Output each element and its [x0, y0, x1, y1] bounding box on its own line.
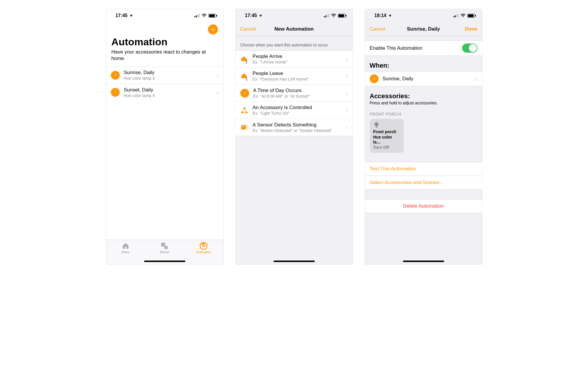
accessory-tiles: Front porch Hue color la… Turn Off: [365, 119, 482, 162]
option-time-of-day[interactable]: A Time of Day Occurs Ex. "At 8:00 AM" or…: [236, 85, 353, 102]
status-bar: 17:45: [106, 9, 223, 22]
tab-label: Automation: [196, 251, 211, 254]
chevron-right-icon: ›: [216, 89, 219, 96]
room-label: FRONT PORCH: [365, 108, 482, 119]
svg-rect-12: [241, 125, 246, 129]
screen-automation-list: 17:45 Automation Have your accessories r…: [106, 9, 224, 265]
chevron-right-icon: ›: [346, 124, 348, 131]
location-icon: [129, 14, 133, 18]
done-button[interactable]: Done: [465, 26, 477, 32]
option-people-leave[interactable]: People Leave Ex. "Everyone Has Left Home…: [236, 68, 353, 85]
row-title: Sunrise, Daily: [124, 70, 212, 76]
svg-rect-13: [242, 126, 243, 127]
clock-icon: [240, 89, 249, 98]
bulb-icon: [373, 122, 400, 129]
status-time: 18:14: [374, 13, 387, 18]
row-subtitle: Ex. "Everyone Has Left Home": [253, 77, 342, 81]
row-subtitle: Ex. "Motion Detected" or "Smoke Detected…: [253, 128, 342, 133]
page-subtitle: Have your accessories react to changes a…: [111, 49, 218, 62]
option-sensor-detects[interactable]: A Sensor Detects Something Ex. "Motion D…: [236, 119, 353, 136]
enable-row-group: Enable This Automation: [365, 40, 482, 56]
row-title: An Accessory is Controlled: [253, 105, 342, 111]
location-icon: [259, 14, 262, 18]
automation-item-sunset[interactable]: Sunset, Daily Hue color lamp 9 ›: [106, 84, 223, 101]
select-accessories-button[interactable]: Select Accessories and Scenes…: [365, 176, 482, 190]
tile-line2: Hue color la…: [373, 135, 400, 145]
row-title: A Time of Day Occurs: [253, 88, 342, 94]
status-bar: 17:45: [236, 9, 353, 22]
accessories-header: Accessories:: [365, 86, 482, 101]
chevron-right-icon: ›: [346, 90, 348, 96]
battery-icon: [467, 14, 475, 18]
test-automation-button[interactable]: Test This Automation: [365, 162, 482, 176]
battery-icon: [209, 14, 216, 18]
row-title: A Sensor Detects Something: [253, 122, 342, 128]
row-title: People Arrive: [253, 54, 342, 59]
automation-list: Sunrise, Daily Hue color lamp 9 › Sunset…: [106, 67, 223, 101]
svg-rect-3: [164, 246, 168, 249]
home-indicator[interactable]: [274, 261, 315, 262]
when-group: Sunrise, Daily ›: [365, 71, 482, 86]
location-icon: [388, 14, 392, 18]
chevron-right-icon: ›: [216, 72, 219, 79]
section-prompt: Choose when you want this automation to …: [236, 36, 353, 50]
home-indicator[interactable]: [403, 261, 444, 262]
home-indicator[interactable]: [144, 261, 185, 262]
status-time: 17:45: [116, 13, 128, 18]
row-subtitle: Ex. "I Arrive Home": [253, 60, 342, 64]
add-button[interactable]: [208, 24, 218, 34]
chevron-right-icon: ›: [475, 76, 477, 82]
automation-icon: [200, 242, 207, 250]
svg-point-6: [246, 59, 247, 61]
svg-point-9: [243, 107, 245, 109]
large-title-header: Automation Have your accessories react t…: [106, 22, 223, 67]
enable-label: Enable This Automation: [370, 45, 458, 51]
row-title: Sunset, Daily: [124, 87, 212, 93]
row-subtitle: Ex. "At 8:00 AM" or "At Sunset": [253, 94, 342, 99]
chevron-right-icon: ›: [346, 107, 348, 114]
house-person-icon: [240, 55, 249, 63]
screen-new-automation: 17:45 Cancel New Automation Choose when …: [235, 9, 353, 265]
wifi-icon: [201, 14, 207, 17]
tab-automation[interactable]: Automation: [186, 242, 221, 264]
nav-bar: Cancel Sunrise, Daily Done: [365, 22, 482, 36]
status-bar: 18:14: [365, 9, 482, 22]
status-time: 17:45: [245, 13, 257, 18]
cell-signal-icon: [194, 14, 200, 17]
tab-home[interactable]: Home: [108, 242, 143, 264]
cancel-button[interactable]: Cancel: [240, 26, 256, 32]
row-subtitle: Hue color lamp 9: [124, 76, 212, 81]
svg-rect-15: [376, 127, 377, 128]
chevron-right-icon: ›: [346, 73, 348, 79]
trigger-options-list: People Arrive Ex. "I Arrive Home" › Peop…: [236, 50, 353, 136]
screen-automation-detail: 18:14 Cancel Sunrise, Daily Done Enable …: [365, 9, 482, 265]
clock-icon: [111, 71, 120, 80]
automation-item-sunrise[interactable]: Sunrise, Daily Hue color lamp 9 ›: [106, 67, 223, 84]
wifi-icon: [460, 14, 466, 17]
clock-icon: [111, 88, 120, 97]
delete-automation-button[interactable]: Delete Automation: [365, 199, 482, 213]
option-accessory-controlled[interactable]: An Accessory is Controlled Ex. "Light Tu…: [236, 102, 353, 119]
page-title: Automation: [111, 36, 218, 48]
cell-signal-icon: [453, 14, 459, 17]
rooms-icon: [161, 242, 168, 250]
svg-point-7: [246, 76, 247, 78]
enable-automation-row[interactable]: Enable This Automation: [365, 41, 482, 56]
cancel-button[interactable]: Cancel: [370, 26, 385, 32]
tab-label: Home: [121, 251, 129, 254]
accessory-tile-front-porch-lamp[interactable]: Front porch Hue color la… Turn Off: [370, 119, 404, 153]
chevron-right-icon: ›: [346, 56, 348, 62]
when-value: Sunrise, Daily: [383, 76, 471, 82]
enable-toggle[interactable]: [462, 44, 477, 53]
nav-bar: Cancel New Automation: [236, 22, 353, 36]
accessories-hint: Press and hold to adjust accessories.: [365, 101, 482, 108]
wifi-icon: [331, 14, 336, 17]
network-nodes-icon: [240, 106, 249, 114]
house-person-leave-icon: [240, 72, 249, 80]
option-people-arrive[interactable]: People Arrive Ex. "I Arrive Home" ›: [236, 51, 353, 68]
when-row[interactable]: Sunrise, Daily ›: [365, 71, 482, 86]
tab-label: Rooms: [160, 251, 169, 254]
row-subtitle: Hue color lamp 9: [124, 93, 212, 98]
sensor-icon: [240, 123, 249, 131]
clock-icon: [370, 74, 379, 83]
